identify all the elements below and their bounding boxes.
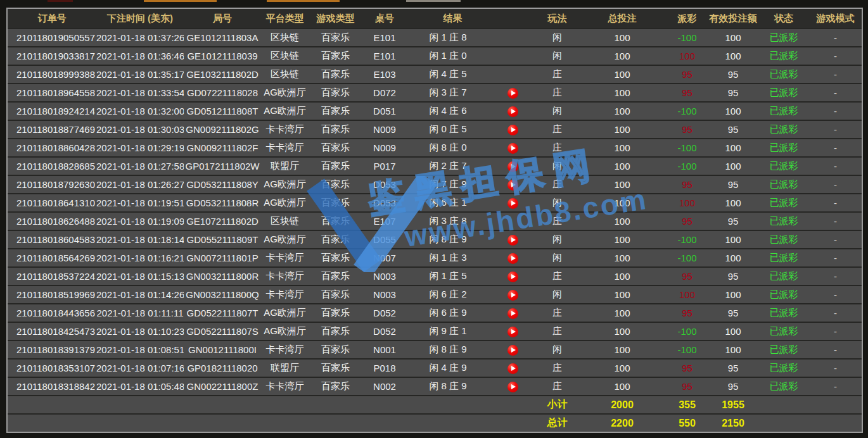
video-play-icon[interactable] (507, 143, 518, 154)
bet-records-table-container: 订单号 下注时间 (美东) 局号 平台类型 游戏类型 桌号 结果 玩法 总投注 … (6, 8, 863, 433)
cell-payout: -100 (667, 249, 708, 267)
cell-bet-time: 2021-01-18 01:11:11 (96, 304, 184, 322)
cell-game-type: 百家乐 (309, 249, 362, 267)
video-play-icon[interactable] (507, 382, 518, 392)
video-play-icon[interactable] (507, 180, 518, 191)
cell-total-bet: 100 (578, 249, 667, 267)
cell-payout: 100 (667, 285, 708, 304)
cell-table-number: D055 (362, 230, 407, 249)
cell-total-bet: 100 (578, 102, 667, 120)
cell-total-bet: 100 (578, 230, 667, 249)
total-spacer-right (758, 414, 862, 432)
video-play-icon[interactable] (507, 290, 518, 301)
cell-video (489, 194, 537, 212)
video-play-icon[interactable] (507, 272, 518, 282)
play-triangle-icon (511, 256, 516, 261)
cell-bet-time: 2021-01-18 01:07:16 (96, 359, 184, 377)
cell-bet-time: 2021-01-18 01:19:51 (96, 194, 184, 212)
cell-valid-bet: 95 (708, 120, 758, 139)
cell-total-bet: 100 (578, 175, 667, 194)
table-row: 2101180183913792021-01-18 01:08:51GN0012… (8, 341, 862, 359)
video-play-icon[interactable] (507, 125, 518, 135)
cell-game-type: 百家乐 (309, 267, 362, 285)
cell-round-id: GE10121118039 (184, 47, 261, 65)
col-header-round: 局号 (184, 9, 261, 28)
bet-records-table: 订单号 下注时间 (美东) 局号 平台类型 游戏类型 桌号 结果 玩法 总投注 … (8, 9, 862, 432)
cell-bet-time: 2021-01-18 01:32:00 (96, 102, 184, 120)
play-triangle-icon (511, 127, 516, 132)
table-row: 2101180190338172021-01-18 01:36:46GE1012… (8, 47, 862, 65)
cell-valid-bet: 100 (708, 285, 758, 304)
cell-valid-bet: 100 (708, 230, 758, 249)
cell-round-id: GN0092111802F (184, 139, 261, 157)
cell-game-type: 百家乐 (309, 194, 362, 212)
play-triangle-icon (511, 164, 516, 169)
subtotal-row: 小计 2000 355 1955 (8, 396, 862, 414)
video-play-icon[interactable] (507, 308, 518, 319)
cell-total-bet: 100 (578, 212, 667, 230)
cell-table-number: N001 (362, 341, 407, 359)
col-header-game-mode: 游戏模式 (809, 9, 862, 28)
cell-play-type: 闲 (537, 47, 578, 65)
cell-result: 闲 4 庄 9 (407, 359, 489, 377)
cell-round-id: GP01821118020 (184, 359, 261, 377)
cell-round-id: GN0032111800Q (184, 285, 261, 304)
video-play-icon[interactable] (507, 235, 518, 246)
cell-play-type: 庄 (537, 139, 578, 157)
play-triangle-icon (511, 91, 516, 96)
subtotal-total-bet: 2000 (578, 396, 667, 414)
table-row: 2101180185372242021-01-18 01:15:13GN0032… (8, 267, 862, 285)
cell-game-type: 百家乐 (309, 175, 362, 194)
video-play-icon[interactable] (507, 363, 518, 374)
cell-game-mode: - (809, 84, 862, 102)
cell-result: 闲 6 庄 1 (407, 194, 489, 212)
cell-total-bet: 100 (578, 359, 667, 377)
video-play-icon[interactable] (507, 161, 518, 172)
cell-total-bet: 100 (578, 157, 667, 175)
cell-bet-time: 2021-01-18 01:15:13 (96, 267, 184, 285)
cell-result: 闲 7 庄 9 (407, 175, 489, 194)
video-play-icon[interactable] (507, 88, 518, 99)
cell-bet-time: 2021-01-18 01:08:51 (96, 341, 184, 359)
cell-result: 闲 9 庄 1 (407, 322, 489, 341)
cell-game-type: 百家乐 (309, 359, 362, 377)
video-play-icon[interactable] (507, 106, 518, 117)
total-total-bet: 2200 (578, 414, 667, 432)
col-header-play: 玩法 (537, 9, 578, 28)
cell-order-number: 210118018537224 (8, 267, 96, 285)
cell-table-number: N003 (362, 285, 407, 304)
top-cutoff-strip (0, 0, 868, 8)
cell-valid-bet: 100 (708, 341, 758, 359)
cell-game-mode: - (809, 285, 862, 304)
cell-order-number: 210118018604583 (8, 230, 96, 249)
cell-platform-type: AG欧洲厅 (261, 102, 309, 120)
cell-status: 已派彩 (758, 194, 809, 212)
cell-video (489, 139, 537, 157)
video-play-icon[interactable] (507, 198, 518, 209)
play-triangle-icon (511, 329, 516, 334)
cell-result: 闲 8 庄 0 (407, 139, 489, 157)
cell-bet-time: 2021-01-18 01:16:21 (96, 249, 184, 267)
cutoff-button-orange-1 (144, 0, 217, 2)
cell-game-type: 百家乐 (309, 157, 362, 175)
cell-total-bet: 100 (578, 377, 667, 396)
cell-table-number: D051 (362, 102, 407, 120)
cell-status: 已派彩 (758, 120, 809, 139)
subtotal-spacer-right (758, 396, 862, 414)
cell-total-bet: 100 (578, 304, 667, 322)
video-play-icon[interactable] (507, 345, 518, 356)
cell-result: 闲 1 庄 5 (407, 267, 489, 285)
table-row: 2101180185199692021-01-18 01:14:26GN0032… (8, 285, 862, 304)
cell-payout: -100 (667, 230, 708, 249)
cell-payout: -100 (667, 322, 708, 341)
cell-video (489, 359, 537, 377)
cell-total-bet: 100 (578, 267, 667, 285)
cell-play-type: 庄 (537, 267, 578, 285)
cell-video (489, 212, 537, 230)
video-play-icon[interactable] (507, 253, 518, 264)
cell-play-type: 庄 (537, 322, 578, 341)
video-play-icon[interactable] (507, 327, 518, 337)
cell-game-mode: - (809, 322, 862, 341)
cell-valid-bet: 100 (708, 139, 758, 157)
cell-video (489, 47, 537, 65)
